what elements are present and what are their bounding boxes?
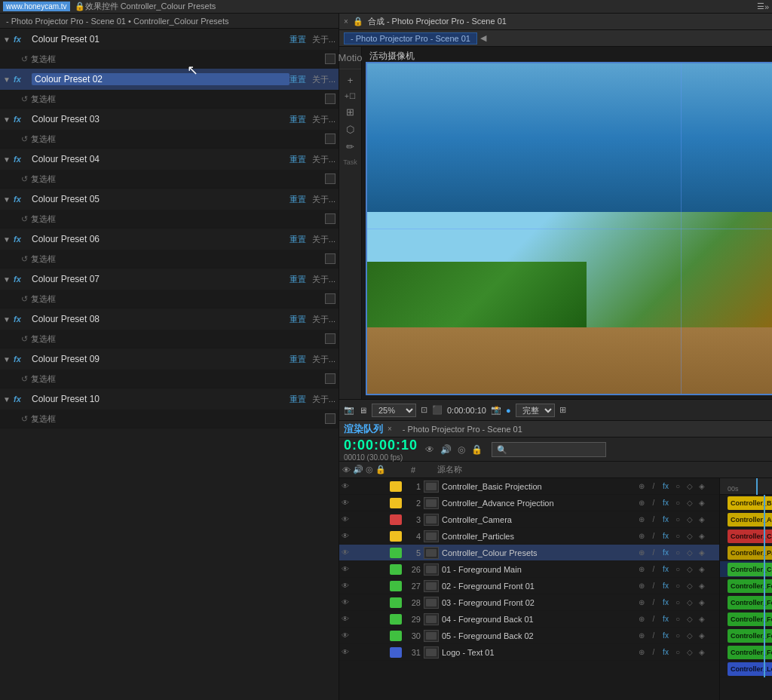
pen-icon[interactable]: ✏ (344, 139, 357, 155)
lp-icon5-2[interactable]: ◈ (697, 499, 707, 507)
comp-tab[interactable]: - Photo Projector Pro - Scene 01 (344, 32, 477, 45)
effect-reset-4[interactable]: 重置 (290, 154, 306, 165)
lp-icon3-1[interactable]: ○ (672, 482, 683, 490)
effect-row-10[interactable]: ▼ fx Colour Preset 10 重置 关于... (0, 388, 339, 410)
effect-reset-10[interactable]: 重置 (290, 394, 306, 405)
mask-icon[interactable]: ⬡ (344, 121, 357, 137)
effect-reset-6[interactable]: 重置 (290, 234, 306, 245)
layer-vis-28[interactable]: 👁 (339, 598, 351, 606)
track-row-30[interactable]: Controller_Foreground Back 02 (720, 644, 772, 661)
layer-row-31[interactable]: 👁 31 Logo - Text 01 ⊕ / fx ○ ◇ ◈ (339, 644, 719, 661)
lp-icon2-1[interactable]: / (648, 482, 659, 490)
lp-icon3-3[interactable]: ○ (672, 515, 683, 523)
effect-row-8[interactable]: ▼ fx Colour Preset 08 重置 关于... (0, 309, 339, 330)
lp-icon3-29[interactable]: ○ (672, 615, 683, 623)
track-row-1[interactable]: Controller_Basic Projection (720, 495, 772, 511)
options-icon[interactable]: ⊞ (559, 405, 566, 415)
lp-icon2-2[interactable]: / (648, 499, 659, 507)
track-bar-3[interactable]: Controller_Camera (728, 530, 772, 543)
lp-icon5-30[interactable]: ◈ (697, 631, 707, 640)
effect-reset-3[interactable]: 重置 (290, 114, 306, 125)
lp-icon4-28[interactable]: ◇ (685, 598, 695, 606)
lp-icon2-28[interactable]: / (648, 598, 659, 606)
expand-icon[interactable]: » (764, 2, 769, 11)
effect-about-1[interactable]: 关于... (312, 34, 335, 45)
layer-vis-27[interactable]: 👁 (339, 582, 351, 590)
track-row-31[interactable]: Controller_Logo - Text 01 (720, 661, 772, 677)
lp-fx-4[interactable]: fx (660, 532, 671, 540)
lp-icon1-3[interactable]: ⊕ (636, 515, 647, 523)
lp-icon3-2[interactable]: ○ (672, 499, 683, 507)
lp-icon4-3[interactable]: ◇ (685, 515, 695, 523)
track-bar-30[interactable]: Controller_Foreground Back 02 (728, 646, 772, 659)
effect-reset-1[interactable]: 重置 (290, 34, 306, 45)
track-row-27[interactable]: Controller_Foreground Front 01 (720, 594, 772, 611)
lp-icon5-29[interactable]: ◈ (697, 615, 707, 623)
timeline-tracks[interactable]: 00s01s02s Controller_Basic ProjectionCon… (720, 478, 772, 700)
lp-icon4-4[interactable]: ◇ (685, 532, 695, 540)
lp-icon5-28[interactable]: ◈ (697, 598, 707, 606)
lp-fx-1[interactable]: fx (660, 482, 671, 490)
tl-lock-icon[interactable]: 🔒 (470, 443, 484, 456)
lp-icon5-4[interactable]: ◈ (697, 532, 707, 540)
effect-toggle-1[interactable]: ▼ (3, 35, 12, 44)
layer-row-3[interactable]: 👁 3 Controller_Camera ⊕ / fx ○ ◇ ◈ (339, 511, 719, 528)
layer-vis-4[interactable]: 👁 (339, 532, 351, 540)
lp-icon4-27[interactable]: ◇ (685, 582, 695, 590)
lp-fx-27[interactable]: fx (660, 582, 671, 590)
lp-icon1-4[interactable]: ⊕ (636, 532, 647, 540)
comp-close-icon[interactable]: × (344, 17, 348, 26)
add-icon[interactable]: + (345, 72, 356, 88)
track-bar-5[interactable]: Controller_Colour Presets (728, 563, 772, 576)
comp-tab-label[interactable]: - Photo Projector Pro - Scene 01 (403, 425, 522, 434)
effect-row-5[interactable]: ▼ fx Colour Preset 05 重置 关于... (0, 189, 339, 210)
track-bar-29[interactable]: Controller_Foreground Back 01 (728, 629, 772, 643)
effect-row-4[interactable]: ▼ fx Colour Preset 04 重置 关于... (0, 149, 339, 170)
render-queue-close[interactable]: × (388, 425, 392, 433)
layer-vis-5[interactable]: 👁 (339, 548, 351, 557)
effect-toggle-4[interactable]: ▼ (3, 155, 12, 164)
lp-fx-31[interactable]: fx (660, 648, 671, 656)
layer-list[interactable]: 👁 1 Controller_Basic Projection ⊕ / fx ○… (339, 478, 720, 700)
layer-vis-1[interactable]: 👁 (339, 482, 351, 490)
effect-toggle-7[interactable]: ▼ (3, 275, 12, 284)
track-row-28[interactable]: Controller_Foreground Front 02 (720, 611, 772, 628)
effect-checkbox-6[interactable] (325, 253, 335, 264)
lp-fx-3[interactable]: fx (660, 515, 671, 523)
layer-row-5[interactable]: 👁 5 Controller_Colour Presets ⊕ / fx ○ ◇… (339, 545, 719, 561)
effect-checkbox-7[interactable] (325, 293, 335, 304)
layer-row-30[interactable]: 👁 30 05 - Foreground Back 02 ⊕ / fx ○ ◇ … (339, 628, 719, 644)
add-comp-icon[interactable]: +☐ (342, 90, 358, 103)
lp-icon2-4[interactable]: / (648, 532, 659, 540)
track-row-5[interactable]: Controller_Colour Presets (720, 561, 772, 578)
lp-icon2-29[interactable]: / (648, 615, 659, 623)
effect-checkbox-4[interactable] (325, 173, 335, 184)
lp-icon2-27[interactable]: / (648, 582, 659, 590)
layer-row-4[interactable]: 👁 4 Controller_Particles ⊕ / fx ○ ◇ ◈ (339, 528, 719, 545)
track-row-3[interactable]: Controller_Camera (720, 528, 772, 545)
lp-icon1-31[interactable]: ⊕ (636, 648, 647, 656)
lp-icon1-1[interactable]: ⊕ (636, 482, 647, 490)
effect-row-3[interactable]: ▼ fx Colour Preset 03 重置 关于... (0, 109, 339, 130)
effect-toggle-9[interactable]: ▼ (3, 355, 12, 364)
effect-about-4[interactable]: 关于... (312, 154, 335, 165)
effect-checkbox-1[interactable] (325, 54, 335, 64)
lp-fx-28[interactable]: fx (660, 598, 671, 606)
layer-row-1[interactable]: 👁 1 Controller_Basic Projection ⊕ / fx ○… (339, 478, 719, 495)
lp-fx-29[interactable]: fx (660, 615, 671, 623)
effect-checkbox-2[interactable] (325, 94, 335, 104)
lp-icon5-27[interactable]: ◈ (697, 582, 707, 590)
layer-row-28[interactable]: 👁 28 03 - Foreground Front 02 ⊕ / fx ○ ◇… (339, 594, 719, 611)
layer-vis-30[interactable]: 👁 (339, 631, 351, 640)
effect-checkbox-10[interactable] (325, 413, 335, 424)
camera-capture-icon[interactable]: 📸 (491, 405, 501, 415)
lp-icon4-26[interactable]: ◇ (685, 565, 695, 573)
track-row-2[interactable]: Controller_Advance Projection (720, 511, 772, 528)
effect-toggle-3[interactable]: ▼ (3, 115, 12, 124)
zoom-select[interactable]: 25% 50% 100% (372, 404, 416, 417)
effect-checkbox-3[interactable] (325, 134, 335, 144)
effect-about-3[interactable]: 关于... (312, 114, 335, 125)
lp-icon3-27[interactable]: ○ (672, 582, 683, 590)
lp-icon3-5[interactable]: ○ (672, 548, 683, 557)
effect-about-6[interactable]: 关于... (312, 234, 335, 245)
